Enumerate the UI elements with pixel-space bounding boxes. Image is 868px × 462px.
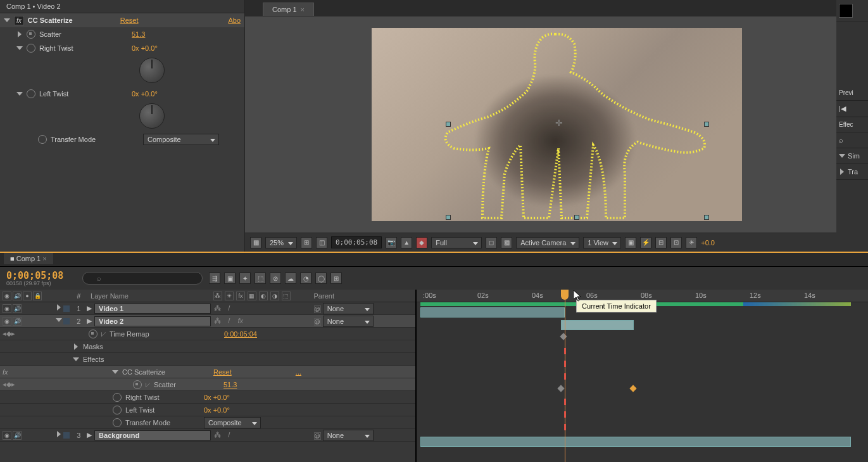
effects-group-row[interactable]: Effects [0,353,415,366]
fx-badge-icon[interactable]: fx [14,16,24,25]
mask-icon[interactable]: ◫ [316,237,327,248]
color-label-icon[interactable] [63,318,70,324]
audio-icon[interactable]: 🔊 [13,304,22,313]
category-label[interactable]: Tra [848,168,858,176]
layer-handle[interactable] [704,122,709,127]
layer-bar[interactable] [561,320,634,330]
keyframe-icon[interactable] [629,385,636,392]
twirl-icon[interactable] [112,370,118,374]
close-icon[interactable]: × [301,6,305,13]
audio-column-icon[interactable]: 🔊 [13,292,22,300]
toggle-switches-icon[interactable]: ⊞ [330,273,342,284]
twirl-icon[interactable] [74,343,78,350]
twirl-icon[interactable] [56,318,62,322]
exposure-reset-icon[interactable]: ☀ [686,237,697,248]
flowchart-icon[interactable]: ⊡ [670,237,682,248]
pickwhip-icon[interactable]: @ [314,432,321,440]
stopwatch-icon[interactable] [27,30,35,39]
current-time-field[interactable]: 0;00;05;08 [331,236,382,248]
time-remap-value[interactable]: 0:00:05:04 [224,330,257,338]
parent-dropdown[interactable]: None [323,316,374,327]
twirl-icon[interactable] [73,357,79,361]
twirl-icon[interactable] [57,304,61,311]
stopwatch-icon[interactable] [133,380,142,389]
transfer-mode-dropdown[interactable]: Composite [204,417,261,428]
effects-panel-tab[interactable]: Effec [836,117,868,132]
layer-row[interactable]: ◉🔊 3 ▶Background ⁂/ @ None [0,429,415,442]
solo-column-icon[interactable]: ● [23,292,32,300]
viewer-tab[interactable]: Comp 1× [263,3,314,16]
color-swatch[interactable] [839,4,853,18]
snapshot-icon[interactable]: 📷 [386,237,397,248]
parent-dropdown[interactable]: None [323,303,374,314]
switch-icon[interactable]: ◐ [259,292,268,300]
twirl-icon[interactable] [839,154,845,158]
layer-handle[interactable] [704,215,709,220]
stopwatch-icon[interactable] [113,393,122,402]
brainstorm-icon[interactable]: ☁ [285,273,296,284]
layer-bar[interactable] [420,307,565,318]
graph-icon[interactable]: ⩗ [142,381,154,388]
eye-icon[interactable]: ◉ [3,317,11,326]
color-icon[interactable]: ◆ [416,237,427,248]
search-input[interactable] [82,272,203,285]
composition-canvas[interactable]: ✛ [372,28,742,221]
timeline-search[interactable] [82,272,203,285]
keyframe-icon[interactable] [560,333,567,340]
layer-name[interactable]: Video 1 [94,304,211,314]
transfer-mode-dropdown[interactable]: Composite [143,134,219,145]
motion-blur-icon[interactable]: ⊘ [270,273,281,284]
draft-3d-icon[interactable]: ▣ [224,273,236,284]
about-link[interactable]: Abo [228,16,241,24]
category-label[interactable]: Sim [848,152,860,160]
layer-row[interactable]: ◉🔊 2 ▶Video 2 ⁂/fx @ None [0,315,415,328]
audio-icon[interactable]: 🔊 [13,431,22,440]
switch-icon[interactable]: ⬚ [282,292,291,300]
zoom-dropdown[interactable]: 25% [265,237,297,248]
transparency-icon[interactable]: ▩ [501,237,512,248]
eye-icon[interactable]: ◉ [3,304,11,313]
pickwhip-icon[interactable]: @ [314,318,321,326]
graph-icon[interactable]: ⩗ [100,330,107,338]
composition-mini-flowchart-icon[interactable]: ⇶ [209,273,220,284]
view-dropdown[interactable]: 1 View [583,237,621,248]
resolution-dropdown[interactable]: Full [431,237,482,248]
layer-row[interactable]: ◉🔊 1 ▶Video 1 ⁂/ @ None [0,302,415,315]
layer-bar[interactable] [420,437,851,447]
roi-icon[interactable]: ◻ [486,237,497,248]
close-icon[interactable]: × [42,255,46,262]
stopwatch-icon[interactable] [38,135,47,144]
twirl-icon[interactable] [840,169,844,175]
pixel-aspect-icon[interactable]: ▣ [625,237,636,248]
twirl-icon[interactable] [18,31,22,37]
switch-icon[interactable]: ⁂ [213,292,222,300]
hide-shy-icon[interactable]: ✦ [239,273,251,284]
reset-link[interactable]: Reset [120,16,139,24]
frame-blend-icon[interactable]: ⬚ [255,273,266,284]
eye-icon[interactable]: ◉ [3,431,11,440]
scatter-value[interactable]: 51.3 [223,381,237,388]
goto-start-icon[interactable]: |◀ [839,105,846,113]
preview-panel-tab[interactable]: Previ [836,86,868,101]
video-column-icon[interactable]: ◉ [3,292,11,300]
stopwatch-icon[interactable] [113,406,122,414]
scatterize-row[interactable]: fx CC Scatterize Reset ... [0,366,415,378]
parent-dropdown[interactable]: None [323,430,374,441]
switch-icon[interactable]: ◑ [270,292,279,300]
twirl-icon[interactable] [57,431,61,437]
switch-icon[interactable]: fx [236,292,245,300]
camera-dropdown[interactable]: Active Camera [516,237,579,248]
layer-name[interactable]: Background [94,430,211,440]
magnify-icon[interactable]: ▦ [250,237,261,248]
stopwatch-icon[interactable] [27,44,35,53]
stopwatch-icon[interactable] [27,89,35,98]
pickwhip-icon[interactable]: @ [314,305,321,313]
timeline-tab[interactable]: ■ Comp 1 × [4,253,53,264]
exposure-value[interactable]: +0.0 [701,239,715,247]
left-twist-value[interactable]: 0x +0.0° [132,90,158,98]
color-label-icon[interactable] [63,305,70,312]
timeline-graph[interactable]: :00s 02s 04s 06s 08s 10s 12s 14s [417,290,868,462]
right-twist-value[interactable]: 0x +0.0° [204,394,230,401]
lock-column-icon[interactable]: 🔒 [33,292,42,300]
grid-icon[interactable]: ⊞ [301,237,312,248]
